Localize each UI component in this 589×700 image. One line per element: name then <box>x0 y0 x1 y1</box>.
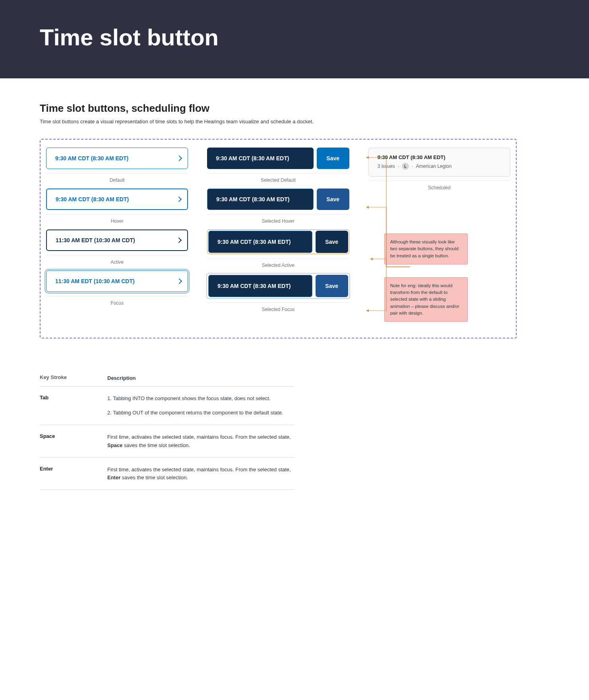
page-title: Time slot button <box>40 24 589 51</box>
col-key: Key Stroke <box>40 374 107 382</box>
divider <box>368 181 510 181</box>
table-row: Tab 1. Tabbing INTO the component shows … <box>40 387 294 425</box>
scheduled-time: 9:30 AM CDT (8:30 AM EDT) <box>378 154 501 160</box>
unselected-column: 9:30 AM CDT (8:30 AM EDT) Default 9:30 A… <box>46 148 188 322</box>
key-name: Space <box>40 433 107 449</box>
keystroke-table: Key Stroke Description Tab 1. Tabbing IN… <box>40 374 294 490</box>
chevron-right-icon <box>176 196 182 202</box>
state-label: Scheduled <box>368 185 510 191</box>
save-button[interactable]: Save <box>317 148 349 169</box>
timeslot-selected-default[interactable]: 9:30 AM CDT (8:30 AM EDT) Save <box>207 148 349 169</box>
chevron-right-icon <box>176 156 182 161</box>
scheduled-column: 9:30 AM CDT (8:30 AM EDT) 3 issues · L ·… <box>368 148 510 322</box>
hero-banner: Time slot button <box>0 0 589 78</box>
chevron-right-icon <box>176 278 182 284</box>
rep-name: American Legion <box>416 163 451 169</box>
timeslot-button-active[interactable]: 11:30 AM EDT (10:30 AM CDT) <box>46 229 188 251</box>
key-desc: First time, activates the selected state… <box>107 466 294 482</box>
timeslot-selected-active[interactable]: 9:30 AM CDT (8:30 AM EDT) Save <box>207 229 349 254</box>
divider <box>207 302 349 303</box>
chevron-right-icon <box>176 237 182 243</box>
timeslot-button-focus[interactable]: 11:30 AM EDT (10:30 AM CDT) <box>46 270 188 292</box>
save-button[interactable]: Save <box>317 189 349 210</box>
issue-count: 3 issues <box>378 163 395 169</box>
timeslot-button-hover[interactable]: 9:30 AM CDT (8:30 AM EDT) <box>46 189 188 210</box>
key-desc: First time, activates the selected state… <box>107 433 294 449</box>
rep-badge: L <box>402 163 409 170</box>
timeslot-label: 9:30 AM CDT (8:30 AM EDT) <box>55 155 128 161</box>
timeslot-scheduled-card: 9:30 AM CDT (8:30 AM EDT) 3 issues · L ·… <box>368 148 510 177</box>
section-title: Time slot buttons, scheduling flow <box>40 102 517 115</box>
divider <box>46 214 188 214</box>
divider <box>207 258 349 259</box>
state-label: Active <box>46 259 188 265</box>
state-label: Selected Focus <box>207 307 349 312</box>
spec-container: 9:30 AM CDT (8:30 AM EDT) Default 9:30 A… <box>40 139 517 338</box>
divider <box>46 296 188 296</box>
state-label: Selected Default <box>207 177 349 183</box>
divider <box>46 255 188 255</box>
table-header: Key Stroke Description <box>40 374 294 387</box>
design-note: Note for eng: ideally this would transfo… <box>384 277 468 322</box>
divider <box>207 214 349 214</box>
save-button[interactable]: Save <box>316 275 348 297</box>
timeslot-main: 9:30 AM CDT (8:30 AM EDT) <box>207 148 313 169</box>
section-desc: Time slot buttons create a visual repres… <box>40 119 517 124</box>
divider <box>46 173 188 173</box>
timeslot-label: 9:30 AM CDT (8:30 AM EDT) <box>56 196 129 202</box>
key-name: Enter <box>40 466 107 482</box>
table-row: Enter First time, activates the selected… <box>40 458 294 490</box>
state-label: Selected Active <box>207 262 349 268</box>
state-label: Focus <box>46 300 188 306</box>
design-note: Although these visually look like two se… <box>384 233 468 264</box>
table-row: Space First time, activates the selected… <box>40 425 294 457</box>
save-button[interactable]: Save <box>316 231 348 253</box>
timeslot-button-default[interactable]: 9:30 AM CDT (8:30 AM EDT) <box>46 148 188 169</box>
timeslot-main: 9:30 AM CDT (8:30 AM EDT) <box>208 231 312 253</box>
selected-column: 9:30 AM CDT (8:30 AM EDT) Save Selected … <box>207 148 349 322</box>
col-desc: Description <box>107 374 294 382</box>
timeslot-label: 11:30 AM EDT (10:30 AM CDT) <box>56 237 135 243</box>
scheduled-meta: 3 issues · L · American Legion <box>378 163 501 170</box>
state-label: Hover <box>46 218 188 224</box>
timeslot-selected-hover[interactable]: 9:30 AM CDT (8:30 AM EDT) Save <box>207 189 349 210</box>
key-desc: 1. Tabbing INTO the component shows the … <box>107 395 294 417</box>
divider <box>207 173 349 173</box>
state-label: Selected Hover <box>207 218 349 224</box>
key-name: Tab <box>40 395 107 417</box>
timeslot-label: 11:30 AM EDT (10:30 AM CDT) <box>55 278 135 284</box>
timeslot-main: 9:30 AM CDT (8:30 AM EDT) <box>208 275 312 297</box>
timeslot-main: 9:30 AM CDT (8:30 AM EDT) <box>207 189 313 210</box>
timeslot-selected-focus[interactable]: 9:30 AM CDT (8:30 AM EDT) Save <box>207 274 349 298</box>
state-label: Default <box>46 177 188 183</box>
